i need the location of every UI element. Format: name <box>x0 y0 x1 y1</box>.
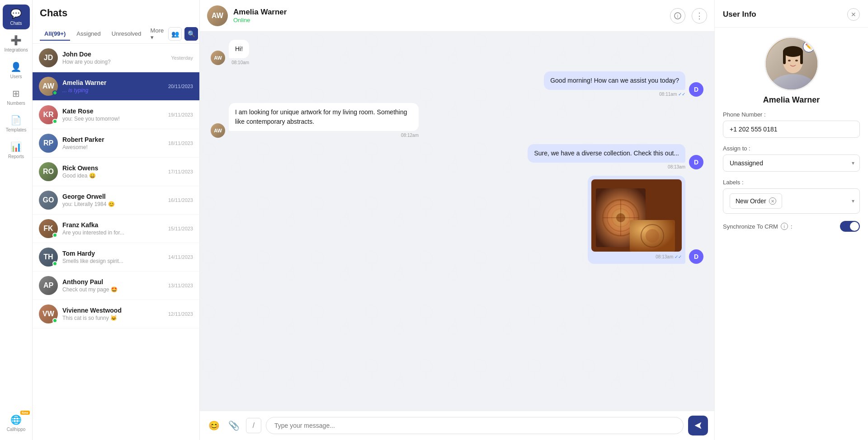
edit-avatar-button[interactable]: ✏️ <box>803 41 815 52</box>
sidebar-item-numbers[interactable]: ⊞ Numbers <box>3 84 30 109</box>
message-row: 08:13am ✓✓ D <box>211 176 703 264</box>
online-indicator <box>52 90 57 95</box>
assign-field-group: Assign to : Unassigned ▾ <box>723 145 860 172</box>
message-text: I am looking for unique artwork for my l… <box>229 103 419 131</box>
list-item[interactable]: AP Anthony Paul Check out my page 🤩 13/1… <box>33 271 199 300</box>
list-item[interactable]: KR Kate Rose you: See you tomorrow! 19/1… <box>33 101 199 129</box>
close-panel-button[interactable]: ✕ <box>847 8 860 21</box>
chat-preview: Smells like design spirit... <box>62 258 164 264</box>
users-icon: 👤 <box>10 61 22 72</box>
messages-area: AW Hi! 08:10am Good morning! How can we … <box>200 32 714 411</box>
sidebar-item-chats[interactable]: 💬 Chats <box>3 5 30 29</box>
chat-tabs: All(99+) Assigned Unresolved More ▾ 👥 🔍 <box>40 24 192 43</box>
agent-avatar: D <box>689 82 703 97</box>
sidebar-item-callhippo[interactable]: New 🌐 Callhippo <box>3 411 30 435</box>
chat-preview: Are you interested in for... <box>62 229 164 236</box>
list-item[interactable]: FK Franz Kafka Are you interested in for… <box>33 215 199 243</box>
phone-label: Phone Number : <box>723 111 860 118</box>
avatar-wrap: KR <box>39 105 58 124</box>
assign-select[interactable]: Unassigned <box>723 154 860 172</box>
phone-input[interactable] <box>723 121 860 138</box>
chat-time: 20/11/2023 <box>168 84 193 89</box>
avatar-wrap: AW <box>39 77 58 96</box>
sidebar-item-label: Numbers <box>7 101 25 106</box>
chat-info: Robert Parker Awesome! <box>62 136 164 150</box>
chat-info: Amelia Warner ... is typing <box>62 79 164 94</box>
chat-time: 12/11/2023 <box>168 311 193 317</box>
message-text: Sure, we have a diverse collection. Chec… <box>528 144 685 163</box>
sidebar-item-label: Reports <box>8 154 24 159</box>
send-button[interactable] <box>688 416 708 435</box>
user-avatar-big: ✏️ <box>764 37 819 91</box>
chat-header-actions: i ⋮ <box>670 8 707 23</box>
chat-meta: 20/11/2023 <box>168 84 193 89</box>
avatar-wrap: RO <box>39 162 58 181</box>
chat-preview: ... is typing <box>62 87 164 94</box>
svg-point-24 <box>788 60 791 61</box>
chat-info: Anthony Paul Check out my page 🤩 <box>62 278 164 293</box>
tab-actions: 👥 🔍 <box>168 27 198 41</box>
callhippo-icon: 🌐 <box>10 414 22 425</box>
chat-header: AW Amelia Warner Online i ⋮ <box>200 0 714 32</box>
list-item[interactable]: TH Tom Hardy Smells like design spirit..… <box>33 243 199 271</box>
chat-meta: Yesterday <box>171 55 193 61</box>
list-item[interactable]: VW Vivienne Westwood This cat is so funn… <box>33 300 199 328</box>
sync-crm-toggle[interactable] <box>840 221 860 232</box>
chat-preview: This cat is so funny 🐱 <box>62 315 164 321</box>
chat-meta: 16/11/2023 <box>168 197 193 203</box>
list-item[interactable]: RP Robert Parker Awesome! 18/11/2023 <box>33 129 199 158</box>
avatar-wrap: FK <box>39 219 58 238</box>
check-icon: ✓✓ <box>675 254 682 259</box>
message-avatar: AW <box>211 123 225 138</box>
chat-contact-status: Online <box>233 17 665 23</box>
avatar-wrap: TH <box>39 248 58 267</box>
list-item[interactable]: AW Amelia Warner ... is typing 20/11/202… <box>33 72 199 101</box>
message-time: 08:13am <box>528 164 685 169</box>
avatar-wrap: RP <box>39 134 58 153</box>
list-item[interactable]: JD John Doe How are you doing? Yesterday <box>33 44 199 72</box>
message-bubble: Hi! 08:10am <box>229 40 249 65</box>
labels-label: Labels : <box>723 179 860 186</box>
search-filter-btn[interactable]: 🔍 <box>184 27 198 41</box>
list-item[interactable]: GO George Orwell you: Literally 1984 😊 1… <box>33 186 199 215</box>
tab-more[interactable]: More ▾ <box>148 24 167 43</box>
chat-meta: 19/11/2023 <box>168 112 193 117</box>
chat-info: Kate Rose you: See you tomorrow! <box>62 108 164 122</box>
remove-label-button[interactable]: ✕ <box>769 197 776 205</box>
tab-assigned[interactable]: Assigned <box>72 28 105 41</box>
svg-rect-23 <box>800 51 803 64</box>
message-row: Good morning! How can we assist you toda… <box>211 71 703 97</box>
avatar: RO <box>39 162 58 181</box>
templates-icon: 📄 <box>10 115 22 126</box>
svg-point-25 <box>795 60 798 61</box>
message-time: 08:10am <box>229 60 249 65</box>
info-button[interactable]: i <box>670 8 685 23</box>
assign-label: Assign to : <box>723 145 860 152</box>
sidebar-item-templates[interactable]: 📄 Templates <box>3 111 30 136</box>
list-item[interactable]: RO Rick Owens Good idea 😄 17/11/2023 <box>33 158 199 186</box>
chat-info: Franz Kafka Are you interested in for... <box>62 221 164 236</box>
sidebar-item-integrations[interactable]: ➕ Integrations <box>3 31 30 56</box>
tab-unresolved[interactable]: Unresolved <box>107 28 146 41</box>
labels-select[interactable]: New Order ✕ <box>723 188 860 214</box>
chat-name: Tom Hardy <box>62 250 164 257</box>
info-icon[interactable]: i <box>781 223 788 230</box>
message-input[interactable] <box>266 417 684 434</box>
sidebar-item-users[interactable]: 👤 Users <box>3 58 30 83</box>
sync-crm-label: Synchronize To CRM i : <box>723 223 793 230</box>
sidebar-item-reports[interactable]: 📊 Reports <box>3 138 30 163</box>
avatar-wrap: GO <box>39 191 58 210</box>
people-filter-btn[interactable]: 👥 <box>168 27 182 41</box>
template-button[interactable]: / <box>246 418 261 433</box>
chat-name: Robert Parker <box>62 136 164 143</box>
emoji-button[interactable]: 😊 <box>206 418 222 433</box>
message-bubble-wrap: Sure, we have a diverse collection. Chec… <box>528 144 685 169</box>
label-chip: New Order ✕ <box>730 193 782 209</box>
chat-time: 19/11/2023 <box>168 112 193 117</box>
more-options-button[interactable]: ⋮ <box>692 8 707 23</box>
attach-button[interactable]: 📎 <box>226 418 241 433</box>
chat-time: 17/11/2023 <box>168 169 193 174</box>
chat-info: John Doe How are you doing? <box>62 51 166 65</box>
tab-all[interactable]: All(99+) <box>40 28 70 41</box>
chat-time: 15/11/2023 <box>168 226 193 231</box>
